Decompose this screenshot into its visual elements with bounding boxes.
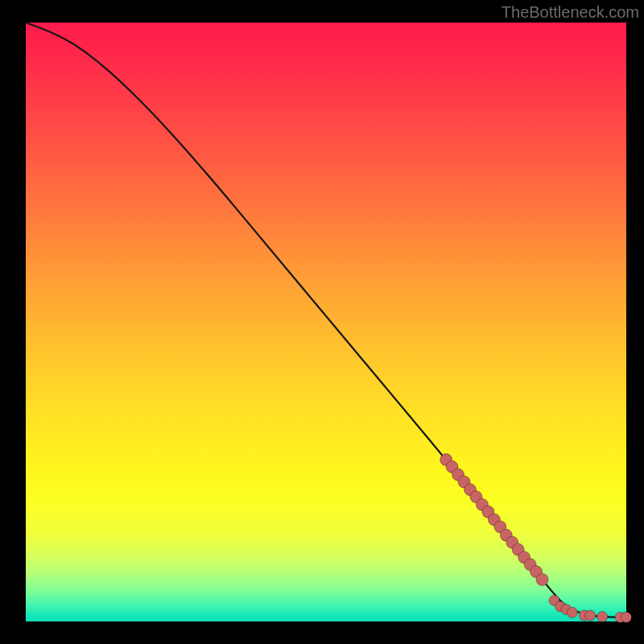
data-markers (440, 454, 632, 623)
data-point (536, 573, 548, 585)
bottleneck-curve (26, 23, 626, 617)
data-point (621, 612, 632, 622)
chart-plot-area (26, 23, 626, 621)
data-point (567, 607, 577, 617)
data-point (597, 612, 608, 622)
chart-svg-layer (26, 23, 626, 621)
data-point (585, 610, 596, 621)
attribution-text: TheBottleneck.com (502, 3, 639, 22)
